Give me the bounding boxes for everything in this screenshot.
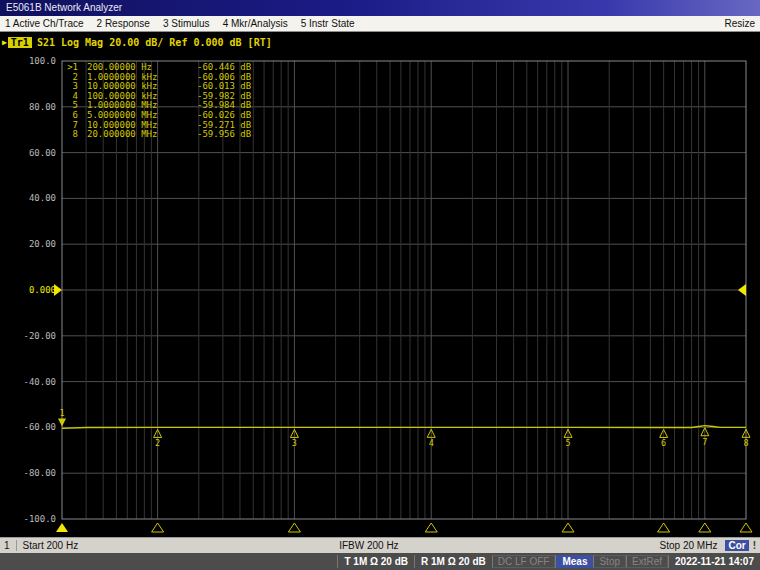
alert-indicator: !: [753, 540, 756, 551]
marker-value: -59.956 dB: [197, 130, 251, 140]
reference-level-pointer-left[interactable]: [54, 284, 62, 296]
y-axis-tick-label: -100.0: [23, 514, 56, 524]
y-axis-tick-label: -60.00: [23, 422, 56, 432]
marker-number: 4: [429, 438, 434, 448]
system-status-bar: T 1M Ω 20 dBR 1M Ω 20 dBDC LF OFFMeasSto…: [0, 553, 760, 570]
y-axis-tick-label: -20.00: [23, 331, 56, 341]
window-title: E5061B Network Analyzer: [6, 2, 122, 13]
y-axis-tick-label: 20.00: [29, 239, 56, 249]
marker-number: 8: [743, 438, 748, 448]
menu-item[interactable]: 5 Instr State: [301, 18, 355, 29]
analyzer-window: E5061B Network Analyzer 1 Active Ch/Trac…: [0, 0, 760, 570]
stimulus-marker: [562, 523, 574, 532]
y-axis-tick-label: -40.00: [23, 377, 56, 387]
marker-number: 2: [155, 438, 160, 448]
channel-status-left: 1 Start 200 Hz: [0, 540, 78, 551]
system-status-segment: Meas: [555, 555, 593, 568]
active-marker-symbol[interactable]: [58, 418, 66, 426]
marker-table: >1200.00000 Hz-60.446 dB21.0000000 kHz-6…: [64, 63, 251, 140]
system-status-segment: T 1M Ω 20 dB: [337, 555, 414, 568]
stimulus-marker: [152, 523, 164, 532]
ifbw-field[interactable]: IFBW 200 Hz: [78, 540, 659, 551]
menu-item[interactable]: 3 Stimulus: [163, 18, 210, 29]
marker-number: 3: [292, 438, 297, 448]
system-status-segment: ExtRef: [626, 555, 668, 568]
stimulus-marker-active: [56, 523, 68, 532]
marker-number: 8: [64, 130, 78, 140]
instrument-screen: ▶ Tr1 S21 Log Mag 20.00 dB/ Ref 0.000 dB…: [0, 32, 760, 537]
active-marker-number: 1: [59, 408, 64, 418]
stimulus-marker: [699, 523, 711, 532]
channel-number: 1: [0, 540, 17, 551]
stimulus-marker: [740, 523, 752, 532]
channel-status-right: Stop 20 MHz Cor !: [660, 540, 760, 551]
title-bar[interactable]: E5061B Network Analyzer: [0, 0, 760, 16]
marker-number: 5: [565, 438, 570, 448]
marker-number: 6: [661, 438, 666, 448]
marker-frequency: 20.000000 MHz: [87, 130, 193, 140]
menu-bar: 1 Active Ch/Trace2 Response3 Stimulus4 M…: [0, 16, 760, 32]
trace-tr1-line: [62, 426, 746, 429]
system-status-segment: R 1M Ω 20 dB: [414, 555, 492, 568]
correction-status-badge: Cor: [725, 540, 748, 551]
menu-item[interactable]: 2 Response: [97, 18, 150, 29]
stimulus-marker: [288, 523, 300, 532]
menu-item[interactable]: 1 Active Ch/Trace: [5, 18, 84, 29]
channel-status-bar: 1 Start 200 Hz IFBW 200 Hz Stop 20 MHz C…: [0, 537, 760, 553]
system-status-segment: Stop: [593, 555, 626, 568]
marker-number: 7: [702, 437, 707, 447]
y-axis-tick-label: 80.00: [29, 102, 56, 112]
start-frequency-field[interactable]: Start 200 Hz: [23, 540, 79, 551]
menu-item[interactable]: 4 Mkr/Analysis: [223, 18, 288, 29]
stop-frequency-field[interactable]: Stop 20 MHz: [660, 540, 718, 551]
y-axis-tick-label: 40.00: [29, 193, 56, 203]
y-axis-reference-label: 0.000: [29, 285, 56, 295]
system-status-segment: DC LF OFF: [492, 555, 556, 568]
y-axis-tick-label: 100.0: [29, 56, 56, 66]
reference-level-pointer-right[interactable]: [738, 284, 746, 296]
marker-table-row: 820.000000 MHz-59.956 dB: [64, 130, 251, 140]
y-axis-tick-label: 60.00: [29, 148, 56, 158]
stimulus-marker: [658, 523, 670, 532]
resize-button[interactable]: Resize: [724, 18, 755, 29]
menu-bar-items: 1 Active Ch/Trace2 Response3 Stimulus4 M…: [5, 18, 368, 29]
stimulus-marker: [425, 523, 437, 532]
y-axis-tick-label: -80.00: [23, 468, 56, 478]
system-status-segment: 2022-11-21 14:07: [668, 555, 760, 568]
